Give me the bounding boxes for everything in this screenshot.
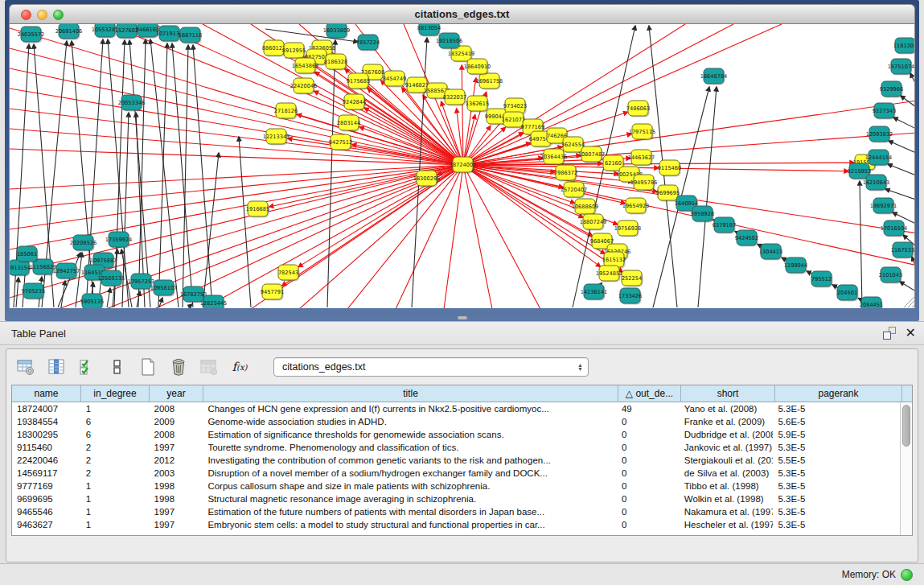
graph-node[interactable]: 7857224 — [356, 35, 380, 51]
table-cell[interactable]: 0 — [617, 468, 680, 478]
memory-ok-indicator[interactable] — [901, 569, 913, 581]
citation-edge-black[interactable] — [910, 73, 915, 84]
graph-node[interactable]: 2803144 — [337, 115, 360, 132]
column-header-2[interactable]: in_degree — [81, 385, 150, 402]
citation-edge-red[interactable] — [462, 65, 463, 165]
table-cell[interactable]: Embryonic stem cells: a model to study s… — [203, 520, 617, 529]
table-row[interactable]: 977716911998Corpus callosum shape and si… — [12, 480, 900, 492]
row-height-icon[interactable] — [108, 357, 127, 377]
scrollbar-thumb[interactable] — [902, 405, 910, 447]
table-row[interactable]: 1456911722003Disruption of a novel membe… — [12, 467, 900, 480]
table-cell[interactable]: 0 — [617, 443, 680, 452]
graph-node[interactable]: 252254 — [622, 270, 643, 287]
column-header-3[interactable]: year — [150, 385, 203, 402]
graph-node[interactable]: 19654923 — [622, 198, 650, 215]
graph-node[interactable]: 18807249 — [580, 214, 607, 231]
table-cell[interactable]: Hescheler et al. (1997) — [680, 520, 774, 529]
graph-node[interactable]: 9424502 — [735, 230, 758, 247]
table-cell[interactable]: 5.5E-5 — [773, 455, 900, 465]
table-cell[interactable]: 5.3E-5 — [773, 520, 900, 529]
graph-node[interactable]: 5905135 — [80, 294, 104, 308]
table-cell[interactable]: 2008 — [150, 404, 203, 414]
table-cell[interactable]: 0 — [617, 417, 680, 426]
column-header-6[interactable]: short — [681, 385, 775, 402]
graph-node[interactable]: 1304413 — [759, 244, 782, 261]
table-cell[interactable]: 6 — [81, 430, 150, 439]
graph-node[interactable]: 1181304 — [893, 38, 915, 55]
graph-node[interactable]: 9227343 — [873, 103, 896, 120]
graph-node[interactable]: 1916685 — [246, 201, 269, 218]
table-cell[interactable]: 0 — [617, 455, 680, 465]
table-cell[interactable]: 2012 — [150, 455, 203, 465]
float-panel-icon[interactable] — [883, 327, 896, 340]
function-builder-icon[interactable]: f(x) — [230, 357, 249, 377]
graph-node[interactable]: 782543 — [278, 265, 300, 282]
graph-node[interactable]: 6379197 — [713, 217, 736, 234]
graph-node[interactable]: 24035572 — [18, 27, 45, 43]
citation-edge-red[interactable] — [463, 165, 492, 308]
citation-edge-black[interactable] — [150, 39, 179, 307]
graph-node[interactable]: 9958928 — [691, 206, 714, 223]
table-cell[interactable]: 5.3E-5 — [773, 494, 900, 504]
table-cell[interactable]: 0 — [617, 430, 680, 439]
table-cell[interactable]: 14569117 — [12, 468, 81, 478]
table-row[interactable]: 946554611997Estimation of the future num… — [12, 505, 900, 518]
graph-node[interactable]: 19756928 — [614, 220, 642, 237]
table-cell[interactable]: Franke et al. (2009) — [680, 417, 774, 426]
table-cell[interactable]: 9465546 — [12, 507, 81, 517]
graph-node[interactable]: 17016504 — [881, 220, 908, 237]
graph-node[interactable]: 14463627 — [628, 150, 655, 167]
citation-edge-red[interactable] — [10, 89, 463, 165]
graph-node[interactable]: 20364436 — [540, 149, 568, 166]
graph-node[interactable]: 15720407 — [561, 182, 588, 199]
select-columns-icon[interactable] — [47, 357, 66, 377]
table-cell[interactable]: Estimation of the future numbers of pati… — [203, 507, 617, 517]
graph-node[interactable]: 18300295 — [413, 171, 441, 187]
graph-node[interactable]: 12505135 — [98, 270, 125, 287]
column-header-4[interactable]: title — [203, 385, 618, 402]
table-cell[interactable]: Changes of HCN gene expression and I(f) … — [203, 404, 617, 414]
table-cell[interactable]: Stergiakouli et al. (2012) — [680, 455, 774, 465]
graph-node[interactable]: 8912955 — [282, 43, 306, 60]
column-header-1[interactable]: name — [12, 385, 81, 402]
graph-node[interactable]: 20053346 — [118, 95, 146, 112]
close-window-button[interactable] — [21, 10, 31, 20]
citation-edge-red[interactable] — [299, 165, 463, 308]
citation-edge-black[interactable] — [61, 281, 65, 307]
graph-node[interactable]: 1167533 — [891, 242, 914, 259]
table-cell[interactable]: 2 — [81, 468, 150, 478]
citation-edge-black[interactable] — [889, 141, 915, 153]
table-settings-icon[interactable] — [16, 357, 35, 377]
graph-node[interactable]: 16648784 — [700, 68, 728, 85]
citation-edge-red[interactable] — [10, 165, 463, 298]
citation-edge-black[interactable] — [193, 45, 212, 307]
graph-node[interactable]: 10688609 — [572, 199, 599, 216]
split-pane-divider[interactable] — [458, 316, 467, 319]
table-cell[interactable]: Nakamura et al. (1997) — [680, 507, 774, 517]
citation-edge-black[interactable] — [893, 117, 915, 129]
table-cell[interactable]: 2 — [81, 443, 150, 452]
citation-network-graph[interactable]: 1872400788601238912955182260589827508165… — [10, 24, 915, 308]
table-cell[interactable]: 2009 — [150, 417, 203, 426]
graph-node[interactable]: 12444154 — [865, 150, 893, 167]
graph-node[interactable]: 7986372 — [554, 165, 577, 182]
table-row[interactable]: 1830029562008Estimation of significance … — [12, 428, 900, 441]
graph-hub-node[interactable]: 18724007 — [450, 157, 477, 174]
table-cell[interactable]: Structural magnetic resonance image aver… — [203, 494, 617, 504]
graph-node[interactable]: 8427512 — [329, 134, 352, 151]
table-vertical-scrollbar[interactable] — [900, 402, 912, 535]
citation-edge-black[interactable] — [129, 40, 150, 307]
graph-node[interactable]: 8454749 — [383, 71, 406, 88]
citation-edge-red[interactable] — [10, 165, 463, 189]
table-cell[interactable]: 18724007 — [12, 404, 81, 414]
graph-node[interactable]: 10807487 — [578, 146, 606, 163]
citation-edge-red[interactable] — [463, 78, 476, 165]
citation-edge-black[interactable] — [138, 39, 146, 307]
table-cell[interactable]: Genome-wide association studies in ADHD. — [203, 417, 617, 426]
table-cell[interactable]: 1997 — [150, 443, 203, 452]
table-cell[interactable]: 5.3E-5 — [773, 507, 900, 517]
table-cell[interactable]: 5.3E-5 — [773, 443, 900, 452]
graph-node[interactable]: 1733426 — [618, 288, 642, 305]
citation-edge-black[interactable] — [172, 43, 193, 307]
citation-edge-black[interactable] — [158, 43, 167, 307]
